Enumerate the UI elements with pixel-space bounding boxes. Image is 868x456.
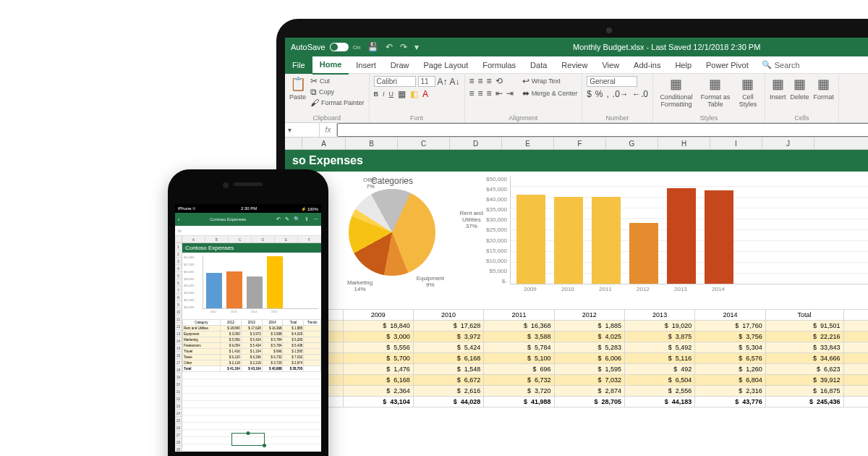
fill-color-icon[interactable]: ◧ [410, 89, 418, 99]
undo-icon[interactable]: ↶ [276, 216, 281, 222]
table-row[interactable]: $ 6,168$ 6,672$ 6,732$ 7,032$ 6,504$ 6,8… [286, 375, 869, 386]
tab-page-layout[interactable]: Page Layout [416, 56, 475, 74]
phone-bar-chart[interactable]: $44,000$42,000$40,000$38,000$36,000$34,0… [182, 253, 321, 319]
table-row[interactable]: $ 5,556$ 5,424$ 5,784$ 5,283$ 5,492$ 5,3… [286, 342, 869, 353]
align-bottom-icon[interactable]: ≡ [487, 76, 492, 86]
align-right-icon[interactable]: ≡ [487, 88, 492, 98]
align-left-icon[interactable]: ≡ [469, 88, 475, 98]
draw-icon[interactable]: ✎ [285, 216, 289, 222]
table-row[interactable]: Marketing$ 5,556$ 5,424$ 5,784$ 5,283 [183, 337, 321, 343]
tab-addins[interactable]: Add-ins [626, 56, 668, 74]
border-icon[interactable]: ▦ [398, 89, 406, 99]
merge-center-button[interactable]: ⬌Merge & Center [522, 88, 578, 98]
font-name-dropdown[interactable]: Calibri [374, 76, 416, 87]
phone-sheet[interactable]: Contoso Expenses $44,000$42,000$40,000$3… [182, 243, 321, 452]
table-row[interactable]: Equipment$ 3,000$ 3,972$ 3,588$ 4,025 [183, 332, 321, 337]
col-header[interactable]: B [346, 138, 398, 149]
number-format-dropdown[interactable]: General [587, 76, 637, 87]
indent-increase-icon[interactable]: ⇥ [506, 88, 514, 98]
tab-formulas[interactable]: Formulas [475, 56, 523, 74]
wrap-text-button[interactable]: ↩Wrap Text [522, 76, 578, 86]
phone-expense-table[interactable]: Category201220132014TotalTrends Rent and… [182, 319, 321, 372]
back-icon[interactable]: ‹ [178, 217, 179, 222]
delete-cell-button[interactable]: ▦Delete [790, 76, 809, 101]
format-cell-button[interactable]: ▦Format [813, 76, 834, 101]
tab-insert[interactable]: Insert [349, 56, 383, 74]
table-row[interactable]: Utilities$ 18,840$ 17,628$ 16,368$ 1,885… [286, 321, 869, 332]
col-header[interactable]: J [762, 138, 814, 149]
tab-draw[interactable]: Draw [383, 56, 417, 74]
table-row[interactable]: Taxes$ 6,120$ 6,336$ 6,732$ 7,032 [183, 355, 321, 360]
search-icon[interactable]: 🔍 [294, 216, 300, 222]
tab-file[interactable]: File [285, 56, 312, 74]
currency-icon[interactable]: $ [587, 89, 592, 99]
font-color-icon[interactable]: A [422, 89, 428, 99]
col-header[interactable]: G [606, 138, 658, 149]
copy-button[interactable]: ⧉Copy [310, 87, 365, 97]
tab-review[interactable]: Review [554, 56, 595, 74]
increase-font-icon[interactable]: A↑ [438, 77, 448, 87]
table-row[interactable]: Travel$ 1,416$ 1,104$ 696$ 1,595 [183, 349, 321, 355]
tab-view[interactable]: View [595, 56, 626, 74]
comma-icon[interactable]: , [607, 89, 609, 99]
decrease-font-icon[interactable]: A↓ [450, 77, 460, 87]
save-icon[interactable]: 💾 [367, 42, 378, 52]
undo-icon[interactable]: ↶ [386, 42, 393, 52]
table-row[interactable]: Other$ 2,118$ 2,218$ 3,720$ 2,874 [183, 360, 321, 366]
col-header[interactable]: D [450, 138, 502, 149]
col-header[interactable]: I [710, 138, 762, 149]
format-painter-button[interactable]: 🖌Format Painter [310, 98, 365, 108]
table-row[interactable]: Rent and Utilities$ 18,840$ 17,628$ 16,3… [183, 326, 321, 332]
conditional-formatting-button[interactable]: ▦Conditional Formatting [658, 76, 695, 108]
decimal-dec-icon[interactable]: ←.0 [632, 89, 648, 99]
table-row[interactable]: $ 5,700$ 6,168$ 5,100$ 6,006$ 5,116$ 6,5… [286, 353, 869, 364]
autosave-toggle[interactable]: AutoSave On [291, 43, 360, 51]
more-icon[interactable]: ⋯ [313, 216, 318, 222]
table-row[interactable]: $ 1,476$ 1,548$ 696$ 1,595$ 492$ 1,260$ … [286, 364, 869, 375]
redo-icon[interactable]: ↷ [400, 42, 407, 52]
col-header[interactable]: F [554, 138, 606, 149]
indent-decrease-icon[interactable]: ⇤ [495, 88, 503, 98]
underline-button[interactable]: U [389, 90, 394, 98]
tell-me-search[interactable]: 🔍 Search [762, 60, 800, 69]
table-row[interactable]: $ 2,364$ 2,616$ 3,720$ 2,874$ 2,556$ 2,3… [286, 386, 869, 397]
align-top-icon[interactable]: ≡ [469, 76, 475, 86]
table-row[interactable]: $ 3,000$ 3,972$ 3,588$ 4,025$ 3,875$ 3,7… [286, 332, 869, 342]
align-middle-icon[interactable]: ≡ [478, 76, 483, 86]
bar-chart[interactable]: $50,000$45,000$40,000$35,000$30,000$25,0… [486, 176, 868, 306]
selection-handle[interactable] [231, 433, 265, 446]
worksheet[interactable]: so Expenses Categories Other 7% Rent and… [285, 150, 868, 453]
expense-table[interactable]: 200920102011201220132014TotalTrend Utili… [285, 309, 868, 408]
font-size-dropdown[interactable]: 11 [418, 76, 435, 87]
decimal-inc-icon[interactable]: .0→ [613, 89, 629, 99]
fx-icon[interactable]: fx [320, 123, 337, 137]
italic-button[interactable]: I [383, 90, 385, 98]
tab-help[interactable]: Help [668, 56, 699, 74]
name-box[interactable]: ▾ [285, 123, 320, 137]
table-total-row[interactable]: $ 43,104$ 44,028$ 41,988$ 28,705$ 44,183… [286, 397, 869, 408]
format-as-table-button[interactable]: ▦Format as Table [699, 76, 731, 108]
tab-power-pivot[interactable]: Power Pivot [699, 56, 756, 74]
insert-cell-button[interactable]: ▦Insert [770, 76, 786, 101]
col-header[interactable]: H [658, 138, 710, 149]
select-all-corner[interactable] [285, 138, 302, 149]
cell-styles-button[interactable]: ▦Cell Styles [736, 76, 760, 108]
align-center-icon[interactable]: ≡ [478, 88, 483, 98]
col-header[interactable]: C [398, 138, 450, 149]
col-header[interactable]: E [502, 138, 554, 149]
percent-icon[interactable]: % [595, 89, 603, 99]
formula-input[interactable] [337, 123, 868, 137]
orientation-icon[interactable]: ⟲ [495, 76, 503, 86]
phone-formula-bar[interactable]: fx [175, 226, 321, 236]
share-icon[interactable]: ⇪ [305, 216, 309, 222]
phone-toolbar: ‹ Contoso Expenses ↶ ✎ 🔍 ⇪ ⋯ [175, 213, 321, 226]
tab-data[interactable]: Data [523, 56, 554, 74]
tab-home[interactable]: Home [312, 56, 349, 75]
bold-button[interactable]: B [374, 90, 379, 98]
switch-icon[interactable] [330, 43, 349, 51]
cut-button[interactable]: ✂Cut [310, 76, 365, 86]
table-row[interactable]: Freelancers$ 6,054$ 5,424$ 5,784$ 5,438 [183, 343, 321, 349]
col-header[interactable]: A [302, 138, 346, 149]
chevron-down-icon[interactable]: ▾ [414, 42, 419, 52]
paste-button[interactable]: 📋Paste [289, 76, 306, 101]
